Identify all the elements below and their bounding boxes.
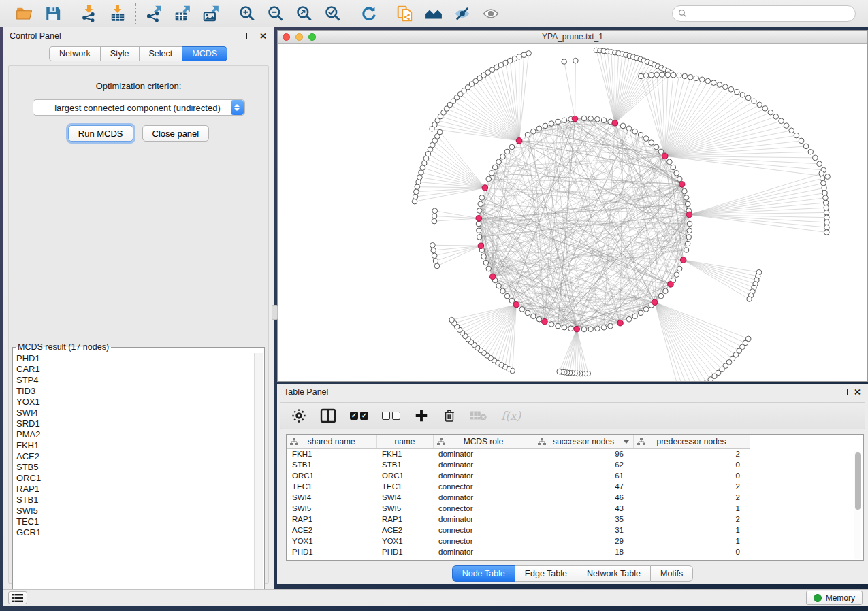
- refresh-view-icon[interactable]: [359, 4, 379, 23]
- tab-motifs[interactable]: Motifs: [650, 565, 693, 582]
- search-field[interactable]: [672, 5, 856, 22]
- tab-node-table[interactable]: Node Table: [452, 565, 515, 582]
- table-settings-gear-icon[interactable]: [291, 406, 306, 425]
- mcds-node[interactable]: PHD1: [14, 353, 254, 364]
- select-all-icon[interactable]: ✓✓: [350, 406, 368, 425]
- table-header-row: shared name name MCDS role successor nod…: [287, 435, 750, 448]
- table-scrollbar-thumb[interactable]: [855, 452, 861, 510]
- table-row[interactable]: FKH1FKH1dominator962: [287, 448, 750, 459]
- import-network-icon[interactable]: [80, 4, 99, 23]
- export-table-icon[interactable]: [173, 4, 192, 23]
- mcds-node[interactable]: CAR1: [14, 364, 254, 375]
- attribute-type-icon: [437, 438, 445, 445]
- sort-descending-icon: [624, 440, 629, 444]
- mcds-node[interactable]: YOX1: [14, 397, 254, 408]
- split-panel-icon[interactable]: [320, 406, 336, 425]
- tab-select[interactable]: Select: [139, 46, 182, 61]
- table-row[interactable]: ACE2ACE2connector311: [287, 525, 750, 535]
- zoom-group: [229, 4, 351, 23]
- control-panel-titlebar: Control Panel ⨯: [3, 27, 274, 45]
- mcds-node[interactable]: SRD1: [14, 418, 254, 429]
- zoom-fit-icon[interactable]: [295, 4, 314, 23]
- zoom-selected-icon[interactable]: [323, 4, 342, 23]
- deselect-all-icon[interactable]: [382, 406, 400, 425]
- new-network-from-selection-icon[interactable]: [396, 4, 415, 23]
- close-panel-button[interactable]: Close panel: [142, 125, 210, 142]
- search-input[interactable]: [690, 9, 850, 18]
- network-overview-icon[interactable]: [424, 4, 443, 23]
- col-successor-nodes[interactable]: successor nodes: [534, 435, 633, 448]
- mcds-node[interactable]: STP4: [14, 375, 254, 386]
- table-row[interactable]: PHD1PHD1dominator180: [287, 546, 750, 557]
- mcds-node[interactable]: SWI5: [14, 506, 254, 516]
- export-image-icon[interactable]: [202, 4, 221, 23]
- close-window-icon[interactable]: [283, 33, 290, 41]
- node-table: shared name name MCDS role successor nod…: [286, 434, 864, 561]
- mcds-node[interactable]: GCR1: [14, 527, 254, 538]
- table-row[interactable]: SWI4SWI4dominator462: [287, 492, 750, 503]
- delete-column-trash-icon[interactable]: [443, 406, 456, 425]
- session-group: [7, 4, 71, 23]
- memory-button[interactable]: Memory: [806, 591, 863, 605]
- table-panel: Table Panel ⨯ ✓✓ f(x): [277, 384, 868, 584]
- mcds-node[interactable]: ACE2: [14, 451, 254, 462]
- search-icon: [678, 9, 687, 18]
- float-panel-icon[interactable]: [841, 389, 848, 395]
- zoom-in-icon[interactable]: [238, 4, 257, 23]
- network-window-titlebar[interactable]: YPA_prune.txt_1: [278, 31, 867, 44]
- table-row[interactable]: TEC1TEC1connector472: [287, 481, 750, 492]
- show-hidden-icon[interactable]: [481, 4, 500, 23]
- mcds-node[interactable]: FKH1: [14, 440, 254, 451]
- save-session-icon[interactable]: [44, 4, 63, 23]
- tab-network-table[interactable]: Network Table: [577, 565, 650, 582]
- mcds-result-title: MCDS result (17 nodes): [16, 342, 111, 352]
- criterion-select[interactable]: largest connected component (undirected): [33, 99, 245, 116]
- tab-edge-table[interactable]: Edge Table: [515, 565, 577, 582]
- mcds-node[interactable]: STB1: [14, 495, 254, 506]
- minimize-window-icon[interactable]: [295, 33, 303, 41]
- table-row[interactable]: RAP1RAP1dominator352: [287, 514, 750, 525]
- task-history-button[interactable]: [8, 591, 27, 604]
- status-bar: Memory: [3, 589, 868, 606]
- close-panel-icon[interactable]: ⨯: [854, 389, 861, 395]
- mcds-node[interactable]: ORC1: [14, 473, 254, 484]
- mcds-node[interactable]: TID3: [14, 386, 254, 397]
- add-column-icon[interactable]: [414, 406, 429, 425]
- mcds-node[interactable]: PMA2: [14, 429, 254, 440]
- table-toolbar: ✓✓ f(x): [280, 402, 865, 429]
- col-name[interactable]: name: [376, 435, 433, 448]
- table-row[interactable]: YOX1YOX1connector291: [287, 535, 750, 546]
- mcds-node[interactable]: STB5: [14, 462, 254, 473]
- mcds-result-list[interactable]: PHD1 CAR1 STP4 TID3 YOX1 SWI4 SRD1 PMA2 …: [14, 353, 254, 593]
- list-icon: [12, 594, 23, 602]
- float-panel-icon[interactable]: [246, 33, 253, 39]
- mcds-node[interactable]: RAP1: [14, 484, 254, 495]
- tab-mcds[interactable]: MCDS: [182, 46, 227, 61]
- col-mcds-role[interactable]: MCDS role: [433, 435, 534, 448]
- mcds-node[interactable]: TEC1: [14, 516, 254, 527]
- import-table-icon[interactable]: [108, 4, 127, 23]
- table-scrollbar[interactable]: [854, 451, 861, 559]
- network-canvas[interactable]: [278, 44, 867, 381]
- zoom-out-icon[interactable]: [266, 4, 285, 23]
- table-row[interactable]: ORC1ORC1dominator610: [287, 470, 750, 481]
- search-area: [672, 5, 856, 22]
- export-network-icon[interactable]: [144, 4, 163, 23]
- mcds-scrollbar[interactable]: [254, 353, 263, 593]
- col-predecessor-nodes[interactable]: predecessor nodes: [633, 435, 750, 448]
- maximize-window-icon[interactable]: [308, 33, 316, 41]
- mcds-node[interactable]: SWI4: [14, 408, 254, 418]
- tab-style[interactable]: Style: [100, 46, 139, 61]
- col-shared-name[interactable]: shared name: [287, 435, 376, 448]
- vertical-splitter-grip[interactable]: [272, 305, 278, 320]
- tab-network[interactable]: Network: [49, 46, 100, 61]
- open-session-icon[interactable]: [15, 4, 34, 23]
- table-row[interactable]: STB1STB1dominator620: [287, 459, 750, 470]
- control-panel: Control Panel ⨯ Network Style Select MCD…: [3, 27, 274, 589]
- table-row[interactable]: SWI5SWI5connector431: [287, 503, 750, 514]
- run-mcds-button[interactable]: Run MCDS: [68, 125, 133, 142]
- close-panel-icon[interactable]: ⨯: [259, 33, 267, 39]
- view-group: [387, 4, 509, 23]
- table-panel-title: Table Panel: [284, 387, 841, 397]
- hide-selected-icon[interactable]: [453, 4, 472, 23]
